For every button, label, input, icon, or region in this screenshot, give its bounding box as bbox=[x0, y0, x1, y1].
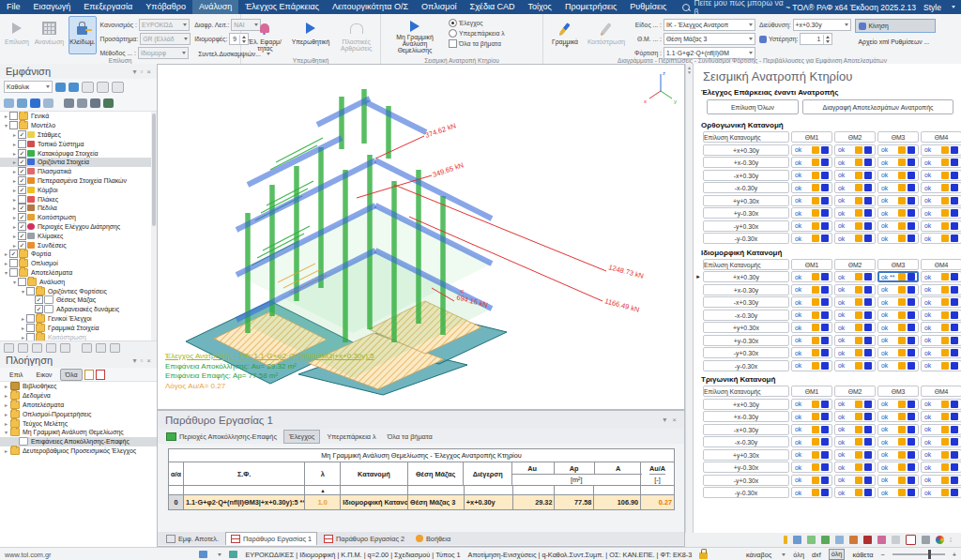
linear-elements-button[interactable]: Γραμμικά bbox=[547, 16, 583, 54]
tree-item[interactable]: ▸Κλίμακες bbox=[0, 231, 157, 240]
palette-icon[interactable] bbox=[877, 536, 886, 544]
orange-indicator-icon[interactable] bbox=[855, 489, 862, 496]
tree-checkbox[interactable] bbox=[18, 167, 26, 175]
kind-select[interactable]: ΙΚ - Έλεγχος Ανατροπ bbox=[664, 19, 755, 31]
check-result-cell[interactable]: ok bbox=[834, 157, 876, 168]
refresh-button[interactable]: Ανανέωση bbox=[34, 16, 65, 54]
check-result-cell[interactable]: ok bbox=[791, 310, 832, 321]
properties-icon[interactable] bbox=[60, 343, 70, 353]
fit-all-label[interactable]: όλη bbox=[793, 551, 804, 559]
collapse-arrow-icon[interactable]: ▸ bbox=[20, 325, 26, 331]
overstrength-radio[interactable] bbox=[449, 29, 457, 38]
tree-checkbox[interactable] bbox=[26, 333, 35, 341]
grid-toggle-icon[interactable] bbox=[199, 551, 207, 558]
fit-all-toggle[interactable]: όλη bbox=[829, 549, 846, 560]
orange-indicator-icon[interactable] bbox=[941, 451, 949, 459]
orange-indicator-icon[interactable] bbox=[812, 413, 819, 420]
check-result-cell[interactable]: ok bbox=[877, 144, 919, 156]
zoom-extents-icon[interactable] bbox=[97, 82, 109, 93]
check-result-cell[interactable]: ok bbox=[834, 335, 876, 346]
orange-indicator-icon[interactable] bbox=[941, 324, 949, 331]
annex-select[interactable]: GR (Ελλάδ bbox=[140, 33, 191, 45]
orange-indicator-icon[interactable] bbox=[941, 209, 949, 217]
blue-indicator-icon[interactable] bbox=[821, 438, 829, 446]
blue-indicator-icon[interactable] bbox=[821, 324, 829, 331]
refresh-tree-icon[interactable] bbox=[110, 343, 120, 353]
tree-item[interactable]: ▾Μοντέλο bbox=[0, 121, 157, 130]
check-result-cell[interactable]: ok bbox=[834, 144, 876, 156]
orange-indicator-icon[interactable] bbox=[812, 235, 819, 242]
orange-indicator-icon[interactable] bbox=[812, 489, 819, 496]
direction-label[interactable]: +y-0.30x bbox=[703, 335, 789, 346]
pin-icon[interactable]: ▫ bbox=[140, 356, 143, 365]
orange-indicator-icon[interactable] bbox=[812, 362, 819, 370]
check-result-cell[interactable]: ok bbox=[834, 487, 876, 498]
orange-indicator-icon[interactable] bbox=[941, 311, 949, 319]
check-result-cell[interactable]: ok bbox=[921, 411, 961, 422]
layers-icon[interactable] bbox=[793, 536, 801, 544]
lock-button[interactable]: Κλείδωμ. bbox=[69, 16, 96, 54]
orange-indicator-icon[interactable] bbox=[898, 413, 906, 420]
check-result-cell[interactable]: ok bbox=[921, 399, 961, 410]
check-result-cell[interactable]: ok bbox=[877, 170, 919, 181]
blue-indicator-icon[interactable] bbox=[908, 349, 915, 356]
blue-indicator-icon[interactable] bbox=[821, 413, 829, 420]
tree-item[interactable]: ▾Ανάλυση bbox=[0, 277, 157, 286]
blue-indicator-icon[interactable] bbox=[951, 286, 958, 294]
blue-indicator-icon[interactable] bbox=[864, 426, 872, 433]
check-result-cell[interactable]: ok bbox=[921, 360, 961, 371]
orange-indicator-icon[interactable] bbox=[898, 197, 906, 204]
blue-indicator-icon[interactable] bbox=[864, 184, 872, 191]
page-icon[interactable] bbox=[892, 536, 900, 544]
orange-indicator-icon[interactable] bbox=[898, 438, 906, 446]
check-result-cell[interactable]: ok bbox=[921, 424, 961, 435]
blue-indicator-icon[interactable] bbox=[821, 489, 829, 496]
zoom-in-button[interactable]: + bbox=[953, 551, 956, 559]
orange-indicator-icon[interactable] bbox=[855, 159, 862, 166]
menu-item-ανάλυση[interactable]: Ανάλυση bbox=[192, 0, 238, 14]
blue-indicator-icon[interactable] bbox=[951, 298, 958, 306]
orange-indicator-icon[interactable] bbox=[855, 311, 862, 319]
nav-tab-icons[interactable]: Εικον bbox=[31, 369, 58, 381]
direction-label[interactable]: -y+0.30x bbox=[703, 347, 789, 358]
collapse-arrow-icon[interactable]: ▸ bbox=[3, 420, 9, 427]
orange-indicator-icon[interactable] bbox=[855, 477, 862, 484]
blue-indicator-icon[interactable] bbox=[864, 273, 872, 280]
orange-indicator-icon[interactable] bbox=[898, 235, 906, 242]
tab-show-results[interactable]: Εμφ. Αποτελ. bbox=[161, 533, 223, 545]
check-result-cell[interactable]: ok bbox=[877, 449, 919, 461]
tree-checkbox[interactable] bbox=[18, 241, 26, 250]
tree-item[interactable]: ▸Βιβλιοθήκες bbox=[0, 382, 157, 391]
blue-indicator-icon[interactable] bbox=[951, 438, 958, 446]
blue-indicator-icon[interactable] bbox=[864, 172, 872, 179]
col-mass[interactable]: Θέση Μάζας bbox=[408, 462, 465, 485]
direction-label[interactable]: -x-0.30y bbox=[703, 436, 789, 447]
check-result-cell[interactable]: ok bbox=[921, 462, 961, 473]
check-result-cell[interactable]: ok bbox=[877, 475, 919, 486]
orange-indicator-icon[interactable] bbox=[898, 172, 906, 179]
collapse-arrow-icon[interactable]: ▸ bbox=[3, 392, 9, 399]
check-result-cell[interactable]: ok bbox=[834, 207, 876, 219]
tree-checkbox[interactable] bbox=[35, 295, 43, 304]
tree-item[interactable]: Αδρανειακές δυνάμεις bbox=[0, 305, 157, 314]
direction-label[interactable]: -x+0.30y bbox=[703, 296, 789, 308]
export-report-icon[interactable] bbox=[807, 536, 816, 544]
check-result-cell[interactable]: ok bbox=[834, 284, 876, 295]
tree-checkbox[interactable] bbox=[18, 204, 26, 212]
orange-indicator-icon[interactable] bbox=[898, 349, 906, 356]
blue-indicator-icon[interactable] bbox=[908, 362, 915, 370]
chart-icon[interactable] bbox=[835, 536, 844, 544]
collapse-arrow-icon[interactable]: ▸ bbox=[11, 223, 18, 230]
check-result-cell[interactable]: ok bbox=[921, 487, 961, 498]
orange-indicator-icon[interactable] bbox=[812, 451, 819, 459]
direction-label[interactable]: +y+0.30x bbox=[703, 195, 789, 206]
blue-indicator-icon[interactable] bbox=[951, 172, 958, 179]
tree-item[interactable]: ▾Αποτελέσματα bbox=[0, 268, 157, 278]
orange-indicator-icon[interactable] bbox=[855, 146, 862, 154]
blue-indicator-icon[interactable] bbox=[951, 413, 958, 420]
delete-results-button[interactable]: Διαγραφή Αποτελεσμάτων Ανατροπής bbox=[802, 99, 953, 114]
col-sf[interactable]: Σ.Φ. bbox=[184, 462, 305, 485]
check-result-cell[interactable]: ok bbox=[877, 487, 919, 498]
website-link[interactable]: www.tol.com.gr bbox=[5, 551, 51, 559]
blue-indicator-icon[interactable] bbox=[864, 146, 872, 154]
